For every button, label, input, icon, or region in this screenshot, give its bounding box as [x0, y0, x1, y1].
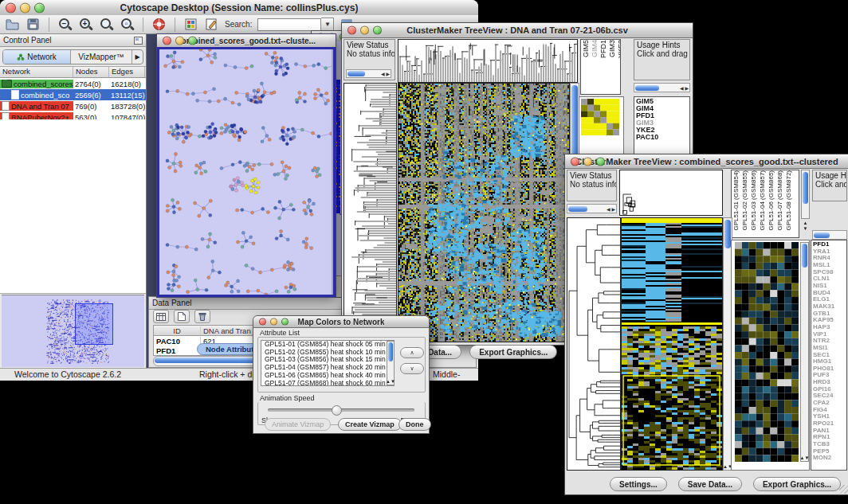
zoom-out-icon[interactable]: −: [57, 17, 73, 32]
treeview-button[interactable]: Save Data...: [678, 477, 742, 491]
scrollbar-thumb[interactable]: [568, 206, 587, 212]
trash-icon[interactable]: [194, 310, 210, 323]
scrollbar-arrows-icon[interactable]: ▲▼: [801, 455, 808, 461]
dialog-body: Attribute List GPL51-01 (GSM854) heat sh…: [253, 327, 429, 433]
treeview2-titlebar[interactable]: ClusterMaker TreeView : combined_scores_…: [565, 154, 848, 169]
treeview2-body: View Status No status info f ◀ ▶ GPL51-0…: [565, 168, 848, 494]
new-document-icon[interactable]: [174, 310, 190, 323]
view-status-scrollbar[interactable]: ◀ ▶: [346, 69, 391, 78]
close-button[interactable]: [347, 26, 356, 35]
zoom-button[interactable]: [188, 37, 197, 45]
scrollbar-arrows-icon[interactable]: ◀ ▶: [680, 85, 689, 91]
table-icon[interactable]: [153, 310, 169, 323]
close-button[interactable]: [259, 318, 266, 326]
main-titlebar[interactable]: Cytoscape Desktop (Session Name: collins…: [0, 0, 478, 16]
scrollbar-arrows-icon[interactable]: ◀ ▶: [607, 206, 616, 212]
zoom-fit-icon[interactable]: ▫: [120, 17, 135, 32]
control-panel: Control Panel Network VizMapper™ ▶ Netwo…: [0, 34, 147, 368]
selection-vscrollbar[interactable]: ▲▼: [800, 242, 809, 462]
scrollbar-thumb[interactable]: [724, 220, 731, 248]
heatmap-canvas[interactable]: [398, 83, 570, 342]
selection-heatmap-canvas[interactable]: [735, 242, 799, 462]
network-view-titlebar[interactable]: combined_scores_good.txt--cluste...: [157, 34, 336, 48]
table-row[interactable]: DNA and Tran 07 769(0) 183728(0): [0, 100, 146, 111]
tab-more-arrow[interactable]: ▶: [132, 50, 143, 64]
attribute-list-item[interactable]: GPL51-07 (GSM868) heat shock 60 min: [263, 380, 394, 386]
network-overview-canvas[interactable]: [2, 295, 144, 367]
column-label: GPL51-01 (GSM854): [732, 170, 740, 231]
usage-hints-text: Click and drag to: [637, 49, 687, 58]
move-up-button[interactable]: ∧: [400, 347, 424, 358]
view-status-panel: View Status No status info f ◀ ▶: [344, 39, 395, 80]
table-row[interactable]: combined_scores 2764(0) 16218(0): [0, 78, 146, 89]
dialog-title: Map Colors to Network: [298, 318, 385, 326]
gene-label[interactable]: MON2: [813, 455, 845, 462]
column-label: GPL51-04 (GSM857): [759, 170, 766, 231]
minimize-button[interactable]: [270, 318, 277, 326]
tab-vizmapper[interactable]: VizMapper™: [71, 50, 132, 64]
animation-speed-label: Animation Speed: [260, 394, 315, 402]
heatmap-canvas[interactable]: [621, 217, 723, 471]
save-icon[interactable]: [26, 17, 41, 32]
tab-network[interactable]: Network: [3, 50, 71, 64]
gene-label[interactable]: PAC10: [636, 134, 688, 141]
column-label: GPL51-06 (GSM865): [768, 170, 775, 231]
search-combo-arrow-icon[interactable]: ▼: [321, 18, 334, 32]
move-down-button[interactable]: ∨: [400, 363, 424, 374]
zoom-selected-icon[interactable]: [99, 17, 114, 32]
column-dendrogram-canvas[interactable]: [619, 170, 723, 216]
minimize-button[interactable]: [20, 2, 30, 13]
open-icon[interactable]: [5, 17, 20, 32]
scrollbar-thumb[interactable]: [388, 342, 393, 361]
resize-grip[interactable]: [839, 485, 848, 494]
column-label: GIM5: [582, 40, 590, 57]
scrollbar-thumb[interactable]: [802, 244, 807, 268]
row-dendrogram-canvas[interactable]: [344, 83, 397, 342]
treeview1-titlebar[interactable]: ClusterMaker TreeView : DNA and Tran 07-…: [342, 23, 693, 38]
close-button[interactable]: [163, 37, 171, 45]
zoom-button[interactable]: [281, 318, 289, 326]
scrollbar-thumb[interactable]: [814, 232, 830, 238]
scrollbar-arrows-icon[interactable]: ▲▼: [387, 379, 394, 385]
create-vizmap-button[interactable]: Create Vizmap: [338, 418, 402, 431]
scrollbar-thumb[interactable]: [347, 71, 365, 76]
zoom-in-icon[interactable]: +: [78, 17, 93, 32]
view-status-scrollbar[interactable]: ◀ ▶: [567, 204, 617, 213]
close-button[interactable]: [571, 157, 579, 166]
scrollbar-arrows-icon[interactable]: ◀ ▶: [381, 71, 391, 76]
scrollbar-thumb[interactable]: [635, 85, 659, 91]
search-input[interactable]: [257, 18, 321, 31]
usage-hints-scrollbar[interactable]: ◀ ▶: [634, 83, 690, 92]
treeview-button[interactable]: Settings...: [610, 477, 667, 491]
zoom-button[interactable]: [373, 26, 382, 35]
vizmapper-icon[interactable]: [183, 17, 198, 32]
float-panel-icon[interactable]: [134, 37, 143, 45]
usage-hints-scrollbar[interactable]: [812, 230, 847, 240]
toolbar-separator: [49, 18, 49, 32]
mini-heatmap-canvas[interactable]: [581, 99, 619, 135]
minimize-button[interactable]: [175, 37, 184, 45]
done-button[interactable]: Done: [398, 418, 431, 431]
row-dendrogram-canvas[interactable]: [567, 217, 621, 471]
table-row[interactable]: combined_sco 2569(6) 13112(15): [0, 89, 146, 100]
column-label: GPL51-08 (GSM872): [785, 170, 792, 231]
minimize-button[interactable]: [360, 26, 369, 35]
slider-thumb[interactable]: [332, 405, 342, 416]
minimize-button[interactable]: [583, 157, 592, 166]
column-label: GPL51-02 (GSM855): [741, 170, 748, 231]
network-tab-icon: [17, 53, 25, 61]
dialog-titlebar[interactable]: Map Colors to Network: [253, 316, 429, 328]
treeview-button[interactable]: Export Graphics...: [753, 477, 841, 491]
attribute-list-scrollbar[interactable]: ▲▼: [387, 341, 395, 385]
scrollbar-thumb[interactable]: [803, 172, 808, 204]
zoom-button[interactable]: [34, 2, 45, 13]
close-button[interactable]: [6, 2, 16, 13]
network-canvas[interactable]: [159, 49, 332, 295]
column-labels-scrollbar[interactable]: [801, 170, 810, 219]
treeview-button[interactable]: Export Graphics...: [469, 345, 557, 359]
help-icon[interactable]: [151, 17, 167, 32]
zoom-button[interactable]: [596, 157, 605, 166]
selection-panel: ▲▼: [731, 240, 810, 471]
column-dendrogram-canvas[interactable]: [398, 39, 578, 83]
annotation-icon[interactable]: [204, 17, 219, 32]
